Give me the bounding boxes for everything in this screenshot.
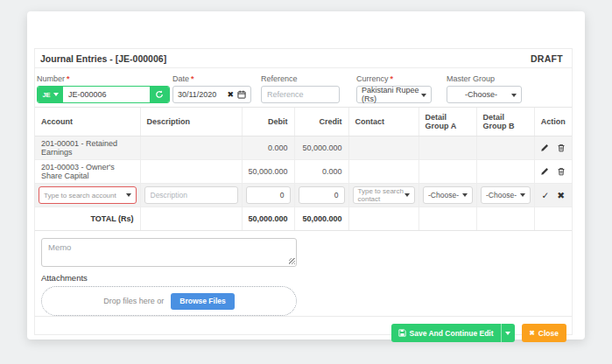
cancel-line-icon[interactable]: ✖ (557, 191, 565, 200)
master-group-value: -Choose- (465, 90, 497, 99)
reference-field: Reference (261, 74, 340, 107)
reference-label: Reference (261, 74, 298, 83)
footer-actions: Save And Continue Edit ✖ Close (35, 316, 572, 349)
col-detail-group-b: Detail Group B (476, 108, 534, 136)
contact-cell (348, 160, 419, 184)
edit-row-button[interactable] (540, 167, 549, 176)
attachments-label: Attachments (41, 273, 566, 283)
pencil-icon (540, 144, 549, 152)
col-credit: Credit (294, 108, 348, 136)
number-field: Number* JE (37, 74, 170, 107)
col-contact: Contact (348, 108, 419, 136)
chevron-down-icon (511, 94, 517, 97)
master-group-select[interactable]: -Choose- (447, 86, 522, 103)
col-account: Account (35, 108, 140, 136)
debit-cell: 0.000 (242, 136, 294, 160)
chevron-down-icon (505, 332, 510, 335)
edit-row-button[interactable] (540, 144, 549, 152)
journal-entry-panel: Journal Entries - [JE-000006] DRAFT Numb… (34, 48, 573, 335)
pencil-icon (540, 167, 549, 176)
panel-header: Journal Entries - [JE-000006] DRAFT (35, 49, 572, 68)
trash-icon (557, 144, 566, 152)
calendar-icon[interactable] (237, 90, 246, 99)
total-row: TOTAL (Rs) 50,000.000 50,000.000 (35, 207, 572, 231)
account-cell: 201-00003 - Owner's Share Capital (35, 160, 140, 184)
detail-b-cell (476, 136, 534, 160)
memo-textarea[interactable] (41, 238, 297, 267)
description-cell (140, 136, 242, 160)
total-debit: 50,000.000 (242, 207, 294, 231)
detail-a-cell (419, 160, 476, 184)
account-cell: 201-00001 - Retained Earnings (35, 136, 140, 160)
contact-cell (348, 136, 419, 160)
save-options-dropdown[interactable] (501, 324, 515, 342)
delete-row-button[interactable] (557, 167, 566, 176)
date-value: 30/11/2020 (178, 90, 223, 99)
date-input[interactable]: 30/11/2020 ✖ (172, 86, 251, 103)
line-description-input[interactable] (144, 186, 238, 204)
new-line-row: Type to search account (35, 184, 572, 207)
total-credit: 50,000.000 (294, 207, 348, 231)
currency-select[interactable]: Pakistani Rupee (Rs) (356, 86, 432, 103)
account-search-placeholder: Type to search account (44, 192, 116, 200)
close-x-icon: ✖ (530, 330, 535, 337)
col-action: Action (534, 108, 572, 136)
browse-files-button[interactable]: Browse Files (171, 293, 234, 310)
currency-field: Currency* Pakistani Rupee (Rs) (356, 74, 432, 107)
file-dropzone[interactable]: Drop files here or Browse Files (41, 286, 297, 316)
reference-input[interactable] (261, 86, 340, 103)
line-debit-input[interactable] (246, 186, 291, 204)
credit-cell: 0.000 (294, 160, 348, 184)
page-title: Journal Entries - [JE-000006] (40, 53, 166, 64)
table-header-row: Account Description Debit Credit Contact… (35, 108, 572, 136)
form-row: Number* JE Date* 30/11/2020 ✖ (35, 68, 572, 107)
chevron-down-icon (404, 193, 410, 197)
required-asterisk: * (191, 74, 194, 83)
journal-entry-card: Journal Entries - [JE-000006] DRAFT Numb… (27, 11, 585, 340)
delete-row-button[interactable] (557, 144, 566, 152)
account-search-select[interactable]: Type to search account (39, 186, 137, 204)
chevron-down-icon (53, 93, 59, 96)
contact-search-placeholder: Type to search contact (358, 187, 404, 203)
master-group-field: Master Group -Choose- (447, 74, 522, 107)
currency-label: Currency (356, 74, 389, 83)
detail-a-cell (419, 136, 476, 160)
drop-files-text: Drop files here or (103, 297, 164, 305)
refresh-button[interactable] (150, 87, 169, 102)
confirm-line-icon[interactable]: ✓ (541, 191, 549, 200)
number-prefix-dropdown[interactable]: JE (38, 87, 63, 102)
date-field: Date* 30/11/2020 ✖ (172, 74, 251, 107)
required-asterisk: * (67, 74, 70, 83)
line-credit-input[interactable] (299, 186, 345, 204)
col-description: Description (140, 108, 242, 136)
detail-group-a-select[interactable]: -Choose- (423, 186, 473, 204)
status-badge: DRAFT (531, 53, 563, 64)
save-and-continue-button[interactable]: Save And Continue Edit (391, 324, 501, 342)
date-label: Date (172, 74, 189, 83)
table-row: 201-00001 - Retained Earnings 0.000 50,0… (35, 136, 572, 160)
detail-b-cell (476, 160, 534, 184)
chevron-down-icon (126, 193, 131, 197)
credit-cell: 50,000.000 (294, 136, 348, 160)
trash-icon (557, 167, 566, 176)
master-group-label: Master Group (447, 74, 495, 83)
detail-group-b-select[interactable]: -Choose- (481, 186, 531, 204)
clear-date-icon[interactable]: ✖ (227, 91, 234, 99)
col-debit: Debit (242, 108, 294, 136)
debit-cell: 50,000.000 (242, 160, 294, 184)
number-label: Number (37, 74, 65, 83)
table-row: 201-00003 - Owner's Share Capital 50,000… (35, 160, 572, 184)
close-button[interactable]: ✖ Close (522, 324, 566, 342)
chevron-down-icon (462, 193, 468, 197)
journal-lines-table: Account Description Debit Credit Contact… (35, 107, 572, 231)
save-icon (398, 329, 406, 337)
number-input[interactable] (63, 87, 150, 102)
resize-handle[interactable] (289, 258, 295, 264)
save-split-button: Save And Continue Edit (391, 324, 515, 342)
currency-value: Pakistani Rupee (Rs) (362, 86, 420, 103)
contact-search-select[interactable]: Type to search contact (353, 186, 415, 204)
refresh-icon (155, 90, 164, 99)
number-input-group: JE (37, 86, 170, 103)
col-detail-group-a: Detail Group A (419, 108, 476, 136)
description-cell (140, 160, 242, 184)
